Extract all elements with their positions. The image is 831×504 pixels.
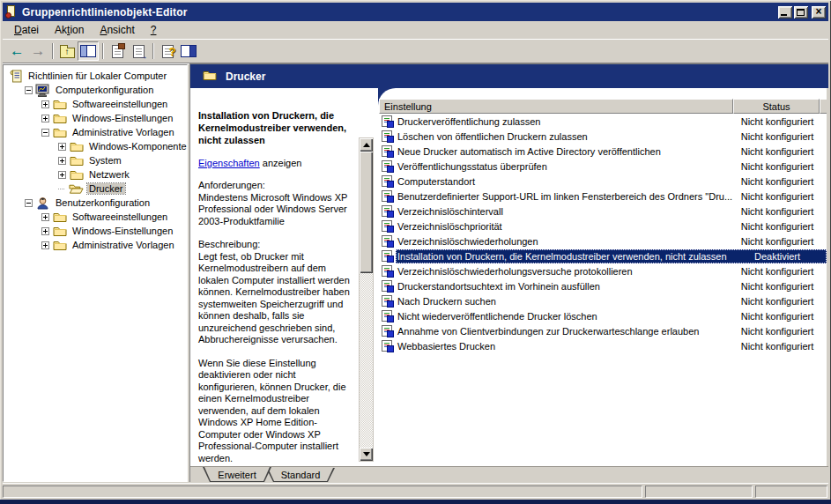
policy-row[interactable]: VerzeichnislöschwiederholungenNicht konf… bbox=[378, 233, 827, 248]
expand-toggle-icon[interactable] bbox=[41, 241, 49, 249]
tab-erweitert[interactable]: Erweitert bbox=[203, 467, 271, 482]
menu-ansicht[interactable]: Ansicht bbox=[92, 22, 142, 38]
expand-toggle-icon[interactable] bbox=[25, 86, 33, 94]
tree-item-richtlinien-lokaler-computer[interactable]: Richtlinien für Lokaler Computer bbox=[4, 69, 187, 83]
show-hide-action-pane-button[interactable] bbox=[178, 41, 199, 61]
tree-item-benutzer-softwareeinstellungen[interactable]: Softwareeinstellungen bbox=[4, 210, 187, 224]
policy-row[interactable]: Nach Druckern suchenNicht konfiguriert bbox=[378, 293, 827, 308]
window-title: Gruppenrichtlinienobjekt-Editor bbox=[22, 6, 778, 19]
tree-item-computer-windows-einstellungen[interactable]: Windows-Einstellungen bbox=[4, 111, 187, 125]
policy-row[interactable]: Installation von Druckern, die Kernelmod… bbox=[378, 248, 827, 263]
policy-status: Nicht konfiguriert bbox=[734, 146, 820, 157]
properties-link[interactable]: Eigenschaften bbox=[198, 158, 260, 168]
setting-icon bbox=[382, 310, 392, 322]
scroll-down-button[interactable] bbox=[360, 448, 373, 461]
policy-row[interactable]: Nicht wiederveröffentlichende Drucker lö… bbox=[378, 308, 827, 323]
window-controls: × bbox=[778, 6, 826, 19]
menu-hilfe[interactable]: ? bbox=[143, 22, 165, 38]
description-scrollbar[interactable] bbox=[359, 137, 374, 462]
policy-name: Nach Druckern suchen bbox=[396, 296, 734, 307]
console-tree-icon bbox=[80, 45, 96, 57]
menu-aktion[interactable]: Aktion bbox=[47, 22, 92, 38]
tree-item-benutzer-administrative-vorlagen[interactable]: Administrative Vorlagen bbox=[4, 238, 187, 252]
policy-name: Benutzerdefinierter Support-URL im linke… bbox=[396, 191, 734, 202]
tree-connector bbox=[58, 189, 64, 189]
list-rows: Druckerveröffentlichung zulassenNicht ko… bbox=[378, 114, 827, 353]
policy-row[interactable]: Veröffentlichungsstatus überprüfenNicht … bbox=[378, 159, 827, 174]
expand-toggle-icon[interactable] bbox=[58, 143, 66, 151]
policy-status: Nicht konfiguriert bbox=[734, 206, 820, 217]
policy-row[interactable]: Webbasiertes DruckenNicht konfiguriert bbox=[378, 338, 827, 353]
properties-button[interactable] bbox=[107, 41, 128, 61]
export-list-button[interactable] bbox=[128, 41, 149, 61]
expand-toggle-icon[interactable] bbox=[58, 171, 66, 179]
tree-item-label: Benutzerkonfiguration bbox=[54, 197, 152, 208]
folder-icon bbox=[52, 211, 67, 224]
policy-row[interactable]: Annahme von Clientverbindungen zur Druck… bbox=[378, 323, 827, 338]
back-button[interactable]: ← bbox=[6, 41, 27, 61]
menu-datei[interactable]: Datei bbox=[6, 22, 47, 38]
scroll-up-button[interactable] bbox=[360, 138, 373, 152]
show-hide-console-tree-button[interactable] bbox=[78, 41, 99, 61]
policy-name: Annahme von Clientverbindungen zur Druck… bbox=[396, 326, 734, 337]
close-icon: × bbox=[812, 5, 826, 18]
expand-toggle-icon[interactable] bbox=[25, 199, 33, 207]
policy-row-body: Nicht wiederveröffentlichende Drucker lö… bbox=[396, 309, 827, 323]
up-one-level-button[interactable] bbox=[56, 41, 78, 61]
policy-row[interactable]: Druckerstandortsuchtext im Vorhinein aus… bbox=[378, 278, 827, 293]
tree-item-windows-komponenten[interactable]: Windows-Komponenten bbox=[4, 139, 187, 153]
policy-row-body: Verzeichnislöschwiederholungsversuche pr… bbox=[396, 264, 827, 278]
tree-item-computerkonfiguration[interactable]: Computerkonfiguration bbox=[4, 83, 187, 97]
setting-icon bbox=[382, 340, 392, 352]
expand-toggle-icon[interactable] bbox=[41, 129, 49, 137]
expand-toggle-icon[interactable] bbox=[41, 100, 49, 108]
policy-row[interactable]: VerzeichnislöschintervallNicht konfiguri… bbox=[378, 204, 827, 219]
toolbar-separator bbox=[52, 43, 53, 59]
selected-setting-title: Installation von Druckern, die Kernelmod… bbox=[198, 109, 354, 146]
close-button[interactable]: × bbox=[812, 6, 826, 19]
policy-row[interactable]: Neue Drucker automatisch im Active Direc… bbox=[378, 144, 827, 159]
minimize-button[interactable] bbox=[778, 6, 792, 19]
maximize-button[interactable] bbox=[794, 6, 808, 19]
policy-status: Nicht konfiguriert bbox=[734, 221, 820, 232]
policy-row[interactable]: Löschen von öffentlichen Druckern zulass… bbox=[378, 129, 827, 144]
help-button[interactable] bbox=[157, 41, 178, 61]
forward-button[interactable]: → bbox=[27, 41, 48, 61]
column-header-stub bbox=[820, 99, 827, 114]
action-pane-icon bbox=[181, 45, 197, 57]
setting-icon bbox=[382, 175, 392, 187]
tab-standard[interactable]: Standard bbox=[266, 468, 335, 482]
tree-item-computer-softwareeinstellungen[interactable]: Softwareeinstellungen bbox=[4, 97, 187, 111]
titlebar: Gruppenrichtlinienobjekt-Editor × bbox=[3, 3, 828, 21]
tree-item-label: Softwareeinstellungen bbox=[70, 211, 169, 222]
menu-bar: DateiAktionAnsicht? bbox=[3, 21, 828, 40]
tree-item-benutzer-windows-einstellungen[interactable]: Windows-Einstellungen bbox=[4, 224, 187, 238]
expand-toggle-icon[interactable] bbox=[41, 115, 49, 122]
tree-item-benutzerkonfiguration[interactable]: Benutzerkonfiguration bbox=[4, 196, 187, 210]
policy-row[interactable]: Benutzerdefinierter Support-URL im linke… bbox=[378, 189, 827, 204]
arrow-left-icon: ← bbox=[10, 44, 24, 58]
policy-row[interactable]: Verzeichnislöschwiederholungsversuche pr… bbox=[378, 263, 827, 278]
column-header-status[interactable]: Status bbox=[733, 99, 820, 114]
expand-toggle-icon[interactable] bbox=[58, 157, 66, 165]
policy-status: Nicht konfiguriert bbox=[734, 341, 820, 352]
tree-item-drucker[interactable]: Drucker bbox=[4, 182, 187, 196]
tree-item-computer-administrative-vorlagen[interactable]: Administrative Vorlagen bbox=[4, 125, 187, 139]
scroll-icon bbox=[8, 70, 23, 83]
policy-row[interactable]: ComputerstandortNicht konfiguriert bbox=[378, 174, 827, 189]
policy-row-body: Installation von Druckern, die Kernelmod… bbox=[396, 249, 827, 263]
tree-item-netzwerk[interactable]: Netzwerk bbox=[4, 167, 187, 182]
setting-icon bbox=[382, 130, 392, 142]
tree-item-system[interactable]: System bbox=[4, 153, 187, 167]
setting-icon bbox=[382, 265, 392, 277]
expand-toggle-icon[interactable] bbox=[41, 213, 49, 221]
policy-row[interactable]: Druckerveröffentlichung zulassenNicht ko… bbox=[378, 114, 827, 129]
policy-row[interactable]: VerzeichnislöschprioritätNicht konfiguri… bbox=[378, 219, 827, 233]
policy-row-body: Benutzerdefinierter Support-URL im linke… bbox=[396, 189, 827, 204]
column-header-einstellung[interactable]: Einstellung bbox=[379, 99, 733, 114]
status-panel-1 bbox=[3, 485, 642, 498]
expand-toggle-icon[interactable] bbox=[41, 227, 49, 235]
user-icon bbox=[35, 196, 50, 210]
setting-icon bbox=[382, 115, 392, 127]
scroll-thumb[interactable] bbox=[360, 152, 373, 273]
